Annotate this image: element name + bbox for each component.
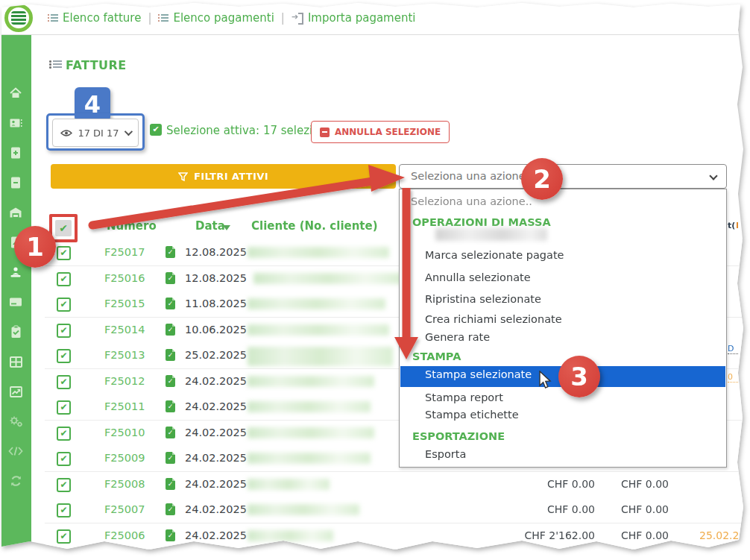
invoice-date: 11.08.2025 (185, 298, 247, 309)
filter-button-label: FILTRI ATTIVI (194, 171, 268, 182)
row-checkbox[interactable]: ✔ (57, 478, 71, 492)
reception-icon[interactable] (0, 265, 31, 280)
nav-link-label: Importa pagamenti (308, 11, 416, 25)
cancel-button-label: ANNULLA SELEZIONE (335, 127, 441, 137)
invoice-document-icon: ✓ (166, 272, 175, 284)
action-select[interactable]: Seleziona una azione.. (399, 164, 727, 189)
column-header-data[interactable]: Data (195, 219, 225, 233)
nav-link-label: Elenco pagamenti (173, 11, 274, 25)
client-name-censored (248, 530, 333, 541)
dropdown-option-stampa-report[interactable]: Stampa report (400, 391, 725, 403)
table-icon[interactable] (0, 354, 31, 369)
invoice-document-icon: ✓ (166, 298, 175, 309)
import-icon (292, 13, 303, 22)
row-checkbox[interactable]: ✔ (57, 427, 71, 441)
nav-link-elenco-pagamenti[interactable]: Elenco pagamenti (158, 11, 274, 25)
annulla-selezione-button[interactable]: ANNULLA SELEZIONE (311, 121, 450, 143)
column-header-numero[interactable]: Numero (107, 219, 157, 233)
chart-line-icon[interactable] (0, 384, 31, 399)
invoice-document-icon: ✓ (166, 375, 175, 387)
filtri-attivi-button[interactable]: FILTRI ATTIVI (51, 164, 396, 189)
invoice-amount-open: CHF 0.00 (477, 503, 595, 515)
row-checkbox[interactable]: ✔ (57, 529, 71, 544)
dropdown-option[interactable]: Seleziona una azione.. (400, 195, 725, 207)
invoice-document-icon: ✓ (166, 529, 175, 541)
nav-separator: | (148, 11, 151, 25)
dropdown-option-stampa-etichette[interactable]: Stampa etichette (400, 409, 725, 421)
home-icon[interactable] (0, 86, 31, 101)
code-icon[interactable] (0, 444, 31, 459)
invoice-document-icon: ✓ (166, 400, 175, 412)
annotation-step-3-badge: 3 (558, 356, 600, 397)
row-checkbox[interactable]: ✔ (57, 272, 71, 286)
client-name-censored (248, 427, 374, 438)
invoice-add-icon[interactable] (0, 145, 31, 160)
invoice-number-link[interactable]: F25014 (104, 324, 158, 336)
row-checkbox[interactable]: ✔ (57, 503, 71, 517)
invoice-number-link[interactable]: F25015 (104, 298, 158, 309)
credit-card-icon[interactable] (0, 295, 31, 309)
checkbox-checked-icon: ✔ (150, 124, 162, 136)
client-name-censored (248, 298, 385, 309)
page-title: FATTURE (66, 58, 126, 72)
invoice-number-link[interactable]: F25009 (104, 452, 158, 464)
invoice-number-link[interactable]: F25008 (104, 478, 158, 490)
clipped-cell-fragment: 0 (728, 372, 738, 383)
contacts-icon[interactable] (0, 116, 31, 130)
dropdown-option-annulla[interactable]: Annulla selezionate (400, 271, 725, 283)
invoice-remove-icon[interactable] (0, 175, 31, 190)
invoice-number-link[interactable]: F25007 (104, 503, 158, 515)
client-name-censored (248, 453, 371, 464)
client-name-censored (248, 504, 359, 515)
row-checkbox[interactable]: ✔ (57, 298, 71, 312)
row-checkbox[interactable]: ✔ (57, 246, 71, 260)
dropdown-option-esporta[interactable]: Esporta (400, 448, 725, 460)
dropdown-option-censored[interactable] (435, 228, 547, 241)
sort-desc-icon (223, 225, 230, 234)
invoice-number-link[interactable]: F25010 (104, 427, 158, 438)
invoice-number-link[interactable]: F25006 (104, 529, 158, 541)
invoice-number-link[interactable]: F25016 (104, 272, 158, 284)
action-select-value: Seleziona una azione.. (411, 170, 532, 182)
annotation-step-1-badge: 1 (14, 226, 56, 268)
list-icon (158, 13, 168, 22)
filter-icon (178, 172, 188, 181)
row-checkbox[interactable]: ✔ (57, 400, 71, 415)
invoice-document-icon: ✓ (166, 478, 175, 490)
dropdown-option-ripristina[interactable]: Ripristina selezionate (400, 293, 725, 305)
row-checkbox[interactable]: ✔ (57, 452, 71, 466)
list-icon (48, 13, 58, 22)
invoice-document-icon: ✓ (166, 503, 175, 515)
row-checkbox[interactable]: ✔ (57, 349, 71, 363)
settings-icon[interactable] (0, 414, 31, 429)
client-name-censored (248, 247, 389, 258)
row-checkbox[interactable]: ✔ (57, 324, 71, 338)
invoice-number-link[interactable]: F25011 (104, 400, 158, 412)
column-header-cliente[interactable]: Cliente (No. cliente) (251, 219, 378, 233)
nav-link-elenco-fatture[interactable]: Elenco fatture (48, 11, 141, 25)
dropdown-option-marca-pagate[interactable]: Marca selezionate pagate (400, 249, 725, 261)
invoice-document-icon: ✓ (166, 324, 175, 336)
invoice-amount-open: CHF 0.00 (477, 478, 595, 490)
client-name-censored (253, 273, 403, 284)
invoice-date: 24.02.2025 (185, 375, 247, 387)
visible-rows-dropdown[interactable]: 17 DI 17 (52, 119, 139, 147)
warehouse-icon[interactable] (0, 205, 31, 220)
invoice-document-icon: ✓ (166, 427, 175, 438)
row-checkbox[interactable]: ✔ (57, 375, 71, 389)
invoice-number-link[interactable]: F25013 (104, 349, 158, 361)
dropdown-option-genera-rate[interactable]: Genera rate (400, 331, 725, 343)
invoice-amount-open: CHF 2'162.00 (477, 529, 595, 541)
nav-link-importa-pagamenti[interactable]: Importa pagamenti (292, 11, 416, 25)
invoice-number-link[interactable]: F25017 (104, 246, 158, 258)
sync-icon[interactable] (0, 474, 31, 488)
top-navbar: Elenco fatture | Elenco pagamenti | Impo… (0, 0, 750, 35)
chevron-down-icon (124, 128, 132, 136)
client-name-censored (248, 376, 374, 387)
clipboard-check-icon[interactable] (0, 324, 31, 339)
nav-separator: | (281, 11, 285, 25)
app-logo-icon[interactable] (4, 4, 33, 32)
invoice-date: 12.08.2025 (185, 246, 247, 258)
dropdown-option-crea-richiami[interactable]: Crea richiami selezionate (400, 313, 725, 325)
invoice-number-link[interactable]: F25012 (104, 375, 158, 387)
